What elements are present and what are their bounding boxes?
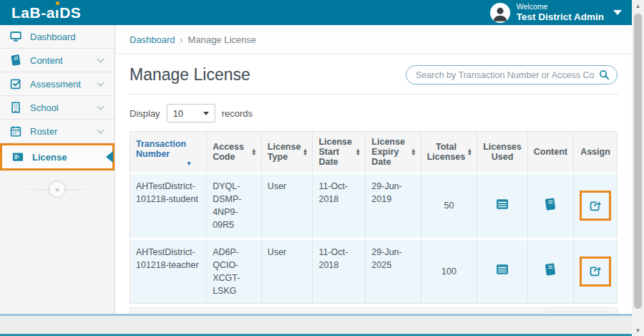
search-icon[interactable] — [598, 69, 610, 81]
sort-desc-icon: ▾ — [136, 161, 200, 165]
sidebar-item-roster[interactable]: Roster — [0, 120, 114, 143]
lab-aids-logo[interactable]: LaB-aıDS — [11, 5, 81, 20]
licenses-used-icon — [495, 197, 509, 211]
cell-access-code: AD6P-QCIO-XCGT-LSKG — [207, 238, 262, 304]
licenses-used-icon — [495, 262, 509, 277]
chevron-down-icon — [97, 127, 104, 134]
person-icon — [491, 4, 509, 23]
cell-license-expiry-date: 29-Jun-2025 — [366, 238, 421, 304]
username-label: Test District Admin — [517, 11, 604, 23]
column-header-access-code[interactable]: Access Code ▴▾ — [207, 131, 262, 172]
active-item-arrow — [106, 151, 113, 163]
book-icon — [9, 54, 22, 67]
content-book-icon — [543, 262, 557, 277]
sort-icon: ▴▾ — [356, 148, 359, 156]
user-text: Welcome Test District Admin — [517, 2, 604, 23]
cell-total-licenses: 100 — [421, 238, 478, 304]
sort-icon: ▴▾ — [303, 148, 306, 156]
assign-button-highlighted[interactable] — [580, 256, 611, 287]
breadcrumb-separator: › — [180, 35, 183, 45]
license-card-icon — [11, 150, 24, 163]
cell-transaction-number: AHTestDistrict-101218-student — [130, 172, 207, 238]
search-input[interactable] — [406, 65, 618, 85]
license-table: Transaction Number ▾ Access Code ▴▾ Lice… — [130, 131, 618, 304]
cell-total-licenses: 50 — [421, 172, 478, 238]
sidebar: Dashboard Content Assessment School — [0, 25, 115, 314]
records-select-value: 10 — [173, 108, 183, 119]
column-header-licenses-used: Licenses Used — [477, 131, 528, 172]
user-avatar — [490, 3, 510, 23]
sidebar-item-content[interactable]: Content — [0, 49, 114, 72]
column-header-license-type[interactable]: License Type ▴▾ — [262, 131, 313, 172]
vertical-scrollbar[interactable]: ▲ ▼ — [632, 0, 644, 336]
sidebar-item-school[interactable]: School — [0, 96, 114, 120]
cell-license-start-date: 11-Oct-2018 — [313, 172, 366, 238]
sidebar-item-label: Assessment — [30, 79, 90, 90]
column-header-license-expiry-date[interactable]: License Expiry Date ▴▾ — [366, 131, 421, 172]
select-caret-icon — [203, 112, 209, 115]
cell-license-type: User — [262, 238, 313, 304]
records-label: records — [222, 108, 253, 119]
breadcrumb-link-dashboard[interactable]: Dashboard — [130, 34, 175, 45]
breadcrumb: Dashboard › Manage License — [115, 25, 632, 54]
user-menu[interactable]: Welcome Test District Admin — [490, 2, 622, 23]
cell-transaction-number: AHTestDistrict-101218-teacher — [130, 238, 207, 304]
sort-icon: ▴▾ — [253, 148, 255, 156]
assign-button-highlighted[interactable] — [580, 191, 611, 221]
table-row: AHTestDistrict-101218-student DYQL-DSMP-… — [130, 172, 618, 238]
scrollbar-thumb[interactable] — [634, 14, 642, 309]
cell-access-code: DYQL-DSMP-4NP9-09R5 — [207, 172, 262, 238]
scrollbar-down-arrow[interactable]: ▼ — [632, 325, 644, 336]
license-table-section: Display 10 records — [115, 95, 632, 314]
scrollbar-up-arrow[interactable]: ▲ — [632, 0, 644, 11]
cell-license-start-date: 11-Oct-2018 — [313, 238, 366, 304]
column-header-total-licenses[interactable]: Total Licenses ▴▾ — [421, 131, 478, 172]
breadcrumb-current: Manage License — [188, 34, 256, 45]
licenses-used-button[interactable] — [495, 262, 509, 277]
user-menu-caret-icon[interactable] — [613, 10, 622, 15]
sidebar-collapse-row: « — [0, 179, 114, 199]
checkbox-icon — [9, 77, 22, 90]
chevron-down-icon — [97, 103, 104, 110]
content-button[interactable] — [543, 197, 557, 211]
assign-share-icon — [588, 264, 602, 278]
sidebar-item-dashboard[interactable]: Dashboard — [0, 25, 114, 49]
display-records-control: Display 10 records — [130, 104, 618, 123]
logo-text: LaB-a — [11, 4, 55, 21]
sidebar-item-label: License — [32, 152, 103, 163]
welcome-label: Welcome — [517, 2, 604, 11]
table-footer: Showing 1 to 2 of 2 entries « 1 » — [130, 307, 618, 314]
app-window: LaB-aıDS Welcome Test District Admin Das… — [0, 0, 644, 336]
table-row: AHTestDistrict-101218-teacher AD6P-QCIO-… — [130, 238, 618, 304]
sidebar-item-assessment[interactable]: Assessment — [0, 72, 114, 96]
logo-i-dot-accent — [56, 1, 59, 5]
content-book-icon — [543, 197, 557, 211]
sidebar-item-license[interactable]: License — [0, 143, 114, 171]
display-label: Display — [130, 108, 160, 119]
sort-icon: ▴▾ — [412, 148, 415, 156]
chevron-down-icon — [97, 80, 104, 87]
sidebar-item-label: Dashboard — [30, 32, 105, 42]
licenses-used-button[interactable] — [495, 197, 509, 211]
building-icon — [9, 101, 22, 114]
main-content: Dashboard › Manage License Manage Licens… — [115, 25, 632, 314]
logo-letter-i: ı — [55, 4, 59, 21]
column-header-content: Content — [528, 131, 574, 172]
calendar-icon — [9, 125, 22, 138]
sidebar-item-label: School — [30, 102, 90, 113]
assign-share-icon — [588, 199, 602, 213]
column-header-assign: Assign — [574, 131, 618, 172]
column-header-license-start-date[interactable]: License Start Date ▴▾ — [313, 131, 366, 172]
sort-icon: ▴▾ — [468, 148, 471, 156]
sidebar-collapse-button[interactable]: « — [49, 181, 66, 198]
chevron-down-icon — [97, 56, 104, 63]
records-per-page-select[interactable]: 10 — [167, 104, 215, 123]
column-header-transaction-number[interactable]: Transaction Number ▾ — [130, 131, 207, 172]
content-button[interactable] — [543, 262, 557, 277]
table-header-row: Transaction Number ▾ Access Code ▴▾ Lice… — [130, 131, 618, 172]
sidebar-item-label: Roster — [30, 126, 90, 137]
cell-license-expiry-date: 29-Jun-2019 — [366, 172, 421, 238]
top-bar: LaB-aıDS Welcome Test District Admin — [0, 0, 632, 25]
footer-bar — [0, 316, 632, 334]
search-box — [406, 65, 618, 85]
